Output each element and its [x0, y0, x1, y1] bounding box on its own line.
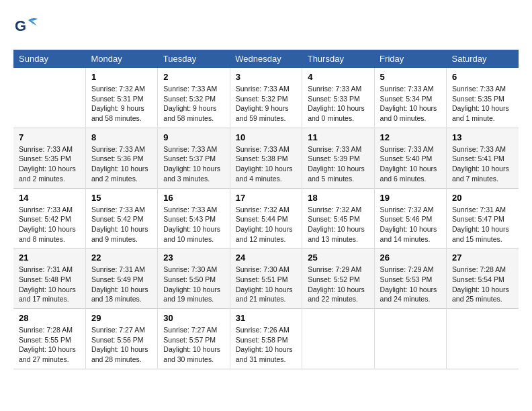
day-info: Sunrise: 7:29 AM Sunset: 5:52 PM Dayligh…	[308, 265, 368, 304]
day-number: 31	[236, 313, 296, 323]
day-info: Sunrise: 7:31 AM Sunset: 5:48 PM Dayligh…	[19, 265, 80, 304]
day-info: Sunrise: 7:33 AM Sunset: 5:41 PM Dayligh…	[452, 144, 513, 184]
day-info: Sunrise: 7:29 AM Sunset: 5:53 PM Dayligh…	[380, 265, 441, 304]
calendar-week-row: 7Sunrise: 7:33 AM Sunset: 5:35 PM Daylig…	[13, 128, 519, 188]
day-number: 21	[19, 253, 80, 263]
day-info: Sunrise: 7:32 AM Sunset: 5:46 PM Dayligh…	[380, 205, 441, 244]
calendar-day-cell: 17Sunrise: 7:32 AM Sunset: 5:44 PM Dayli…	[230, 188, 302, 248]
calendar-day-cell: 11Sunrise: 7:33 AM Sunset: 5:39 PM Dayli…	[302, 128, 374, 188]
calendar-day-cell: 14Sunrise: 7:33 AM Sunset: 5:42 PM Dayli…	[13, 188, 85, 248]
calendar-day-cell: 25Sunrise: 7:29 AM Sunset: 5:52 PM Dayli…	[302, 248, 374, 309]
calendar-day-cell	[447, 309, 519, 369]
day-info: Sunrise: 7:27 AM Sunset: 5:57 PM Dayligh…	[163, 325, 224, 365]
calendar-day-cell: 26Sunrise: 7:29 AM Sunset: 5:53 PM Dayli…	[374, 248, 446, 309]
day-info: Sunrise: 7:30 AM Sunset: 5:51 PM Dayligh…	[236, 265, 296, 304]
day-info: Sunrise: 7:33 AM Sunset: 5:39 PM Dayligh…	[308, 144, 368, 184]
day-number: 18	[308, 193, 368, 203]
calendar-day-cell: 24Sunrise: 7:30 AM Sunset: 5:51 PM Dayli…	[230, 248, 302, 309]
day-number: 4	[308, 72, 368, 82]
day-number: 12	[380, 132, 441, 142]
calendar-day-cell: 29Sunrise: 7:27 AM Sunset: 5:56 PM Dayli…	[85, 309, 157, 369]
svg-text:G: G	[15, 17, 26, 34]
calendar-day-cell: 4Sunrise: 7:33 AM Sunset: 5:33 PM Daylig…	[302, 68, 374, 128]
day-number: 9	[163, 132, 224, 142]
day-info: Sunrise: 7:33 AM Sunset: 5:42 PM Dayligh…	[19, 205, 80, 244]
day-info: Sunrise: 7:32 AM Sunset: 5:45 PM Dayligh…	[308, 205, 368, 244]
calendar-day-cell: 12Sunrise: 7:33 AM Sunset: 5:40 PM Dayli…	[374, 128, 446, 188]
day-number: 3	[236, 72, 296, 82]
day-info: Sunrise: 7:33 AM Sunset: 5:35 PM Dayligh…	[452, 84, 513, 124]
calendar-day-cell: 20Sunrise: 7:31 AM Sunset: 5:47 PM Dayli…	[447, 188, 519, 248]
day-number: 13	[452, 132, 513, 142]
weekday-header-wednesday: Wednesday	[230, 50, 302, 68]
calendar-day-cell	[302, 309, 374, 369]
day-number: 20	[452, 193, 513, 203]
calendar-day-cell: 5Sunrise: 7:33 AM Sunset: 5:34 PM Daylig…	[374, 68, 446, 128]
day-number: 17	[236, 193, 296, 203]
calendar-day-cell: 31Sunrise: 7:26 AM Sunset: 5:58 PM Dayli…	[230, 309, 302, 369]
page-header: G	[13, 13, 519, 39]
calendar-day-cell: 28Sunrise: 7:28 AM Sunset: 5:55 PM Dayli…	[13, 309, 85, 369]
calendar-day-cell: 1Sunrise: 7:32 AM Sunset: 5:31 PM Daylig…	[85, 68, 157, 128]
calendar-day-cell: 19Sunrise: 7:32 AM Sunset: 5:46 PM Dayli…	[374, 188, 446, 248]
weekday-header-saturday: Saturday	[447, 50, 519, 68]
weekday-header-monday: Monday	[85, 50, 157, 68]
logo-icon: G	[13, 13, 39, 39]
calendar-day-cell: 21Sunrise: 7:31 AM Sunset: 5:48 PM Dayli…	[13, 248, 85, 309]
calendar-week-row: 1Sunrise: 7:32 AM Sunset: 5:31 PM Daylig…	[13, 68, 519, 128]
day-info: Sunrise: 7:33 AM Sunset: 5:40 PM Dayligh…	[380, 144, 441, 184]
day-number: 26	[380, 253, 441, 263]
day-number: 24	[236, 253, 296, 263]
calendar-week-row: 21Sunrise: 7:31 AM Sunset: 5:48 PM Dayli…	[13, 248, 519, 309]
day-number: 15	[91, 193, 152, 203]
calendar-day-cell: 10Sunrise: 7:33 AM Sunset: 5:38 PM Dayli…	[230, 128, 302, 188]
day-info: Sunrise: 7:32 AM Sunset: 5:44 PM Dayligh…	[236, 205, 296, 244]
day-number: 1	[91, 72, 152, 82]
day-info: Sunrise: 7:33 AM Sunset: 5:32 PM Dayligh…	[236, 84, 296, 124]
day-info: Sunrise: 7:28 AM Sunset: 5:54 PM Dayligh…	[452, 265, 513, 304]
day-info: Sunrise: 7:33 AM Sunset: 5:43 PM Dayligh…	[163, 205, 224, 244]
day-info: Sunrise: 7:32 AM Sunset: 5:31 PM Dayligh…	[91, 84, 152, 124]
calendar-day-cell: 15Sunrise: 7:33 AM Sunset: 5:42 PM Dayli…	[85, 188, 157, 248]
calendar-week-row: 14Sunrise: 7:33 AM Sunset: 5:42 PM Dayli…	[13, 188, 519, 248]
day-number: 29	[91, 313, 152, 323]
day-info: Sunrise: 7:33 AM Sunset: 5:42 PM Dayligh…	[91, 205, 152, 244]
weekday-header-thursday: Thursday	[302, 50, 374, 68]
day-info: Sunrise: 7:33 AM Sunset: 5:35 PM Dayligh…	[19, 144, 80, 184]
day-number: 30	[163, 313, 224, 323]
calendar-day-cell: 7Sunrise: 7:33 AM Sunset: 5:35 PM Daylig…	[13, 128, 85, 188]
calendar-table: SundayMondayTuesdayWednesdayThursdayFrid…	[13, 50, 519, 369]
day-number: 6	[452, 72, 513, 82]
day-info: Sunrise: 7:33 AM Sunset: 5:37 PM Dayligh…	[163, 144, 224, 184]
day-info: Sunrise: 7:31 AM Sunset: 5:47 PM Dayligh…	[452, 205, 513, 244]
calendar-day-cell: 18Sunrise: 7:32 AM Sunset: 5:45 PM Dayli…	[302, 188, 374, 248]
calendar-day-cell: 8Sunrise: 7:33 AM Sunset: 5:36 PM Daylig…	[85, 128, 157, 188]
day-number: 2	[163, 72, 224, 82]
day-number: 11	[308, 132, 368, 142]
calendar-day-cell: 13Sunrise: 7:33 AM Sunset: 5:41 PM Dayli…	[447, 128, 519, 188]
calendar-day-cell: 30Sunrise: 7:27 AM Sunset: 5:57 PM Dayli…	[158, 309, 230, 369]
day-info: Sunrise: 7:33 AM Sunset: 5:36 PM Dayligh…	[91, 144, 152, 184]
calendar-day-cell: 16Sunrise: 7:33 AM Sunset: 5:43 PM Dayli…	[158, 188, 230, 248]
day-number: 10	[236, 132, 296, 142]
weekday-header-row: SundayMondayTuesdayWednesdayThursdayFrid…	[13, 50, 519, 68]
weekday-header-sunday: Sunday	[13, 50, 85, 68]
calendar-day-cell	[13, 68, 85, 128]
day-number: 8	[91, 132, 152, 142]
day-number: 25	[308, 253, 368, 263]
weekday-header-tuesday: Tuesday	[158, 50, 230, 68]
day-info: Sunrise: 7:26 AM Sunset: 5:58 PM Dayligh…	[236, 325, 296, 365]
day-info: Sunrise: 7:31 AM Sunset: 5:49 PM Dayligh…	[91, 265, 152, 304]
calendar-day-cell: 9Sunrise: 7:33 AM Sunset: 5:37 PM Daylig…	[158, 128, 230, 188]
day-info: Sunrise: 7:33 AM Sunset: 5:33 PM Dayligh…	[308, 84, 368, 124]
logo: G	[13, 13, 42, 39]
calendar-day-cell: 3Sunrise: 7:33 AM Sunset: 5:32 PM Daylig…	[230, 68, 302, 128]
calendar-day-cell: 6Sunrise: 7:33 AM Sunset: 5:35 PM Daylig…	[447, 68, 519, 128]
day-info: Sunrise: 7:27 AM Sunset: 5:56 PM Dayligh…	[91, 325, 152, 365]
calendar-header: SundayMondayTuesdayWednesdayThursdayFrid…	[13, 50, 519, 68]
day-number: 16	[163, 193, 224, 203]
calendar-body: 1Sunrise: 7:32 AM Sunset: 5:31 PM Daylig…	[13, 68, 519, 369]
day-number: 23	[163, 253, 224, 263]
calendar-day-cell: 22Sunrise: 7:31 AM Sunset: 5:49 PM Dayli…	[85, 248, 157, 309]
calendar-day-cell	[374, 309, 446, 369]
